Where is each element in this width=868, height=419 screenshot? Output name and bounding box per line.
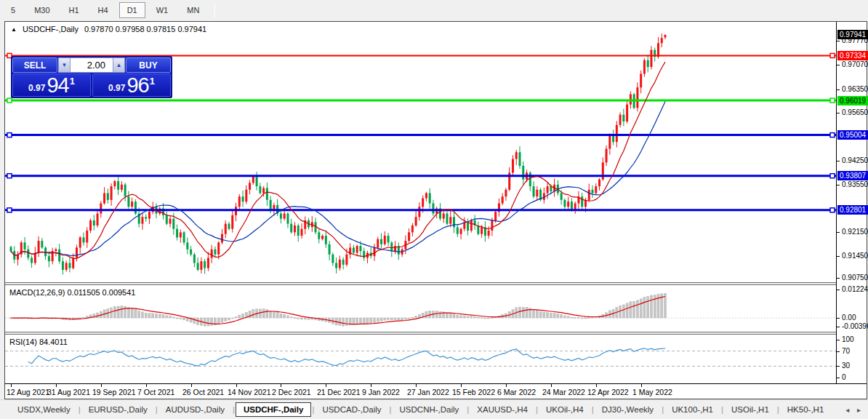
tab-divider: | (312, 405, 314, 414)
timeframe-button-d1[interactable]: D1 (119, 2, 145, 18)
date-label: 21 Dec 2021 (317, 388, 361, 396)
timeframe-button-mn[interactable]: MN (179, 2, 207, 18)
date-tick (146, 384, 147, 387)
tab-divider: | (777, 405, 779, 414)
sell-price-big: 94 (47, 76, 68, 95)
date-tick (281, 384, 281, 387)
macd-axis-label: 0.00 (837, 314, 867, 322)
tab-usdchf-daily[interactable]: USDCHF-,Daily (236, 402, 311, 417)
date-label: 26 Oct 2021 (182, 388, 224, 396)
date-tick (596, 384, 597, 387)
timeframe-button-h1[interactable]: H1 (61, 2, 87, 18)
timeframe-button-w1[interactable]: W1 (148, 2, 177, 18)
tab-uk100-h1[interactable]: UK100-,H1 (664, 402, 720, 417)
tab-usdx-weekly[interactable]: USDX,Weekly (10, 402, 78, 417)
volume-up-icon[interactable]: ▲ (113, 57, 125, 73)
tab-divider: | (156, 405, 158, 414)
date-tick (461, 384, 462, 387)
tab-usoil-h1[interactable]: USOil-,H1 (724, 402, 776, 417)
buy-price-pip: 1 (150, 76, 155, 87)
macd-axis-label: 0.012242 (837, 285, 867, 294)
sell-price-button[interactable]: 0.97 94 1 (12, 73, 91, 97)
date-tick (506, 384, 507, 387)
chart-window: ▲ USDCHF-,Daily 0.97870 0.97958 0.97815 … (4, 21, 867, 399)
buy-price-prefix: 0.97 (108, 83, 125, 93)
date-label: 12 Aug 2021 (7, 388, 49, 396)
macd-axis-label: -0.003963 (837, 322, 867, 331)
price-line-label: 0.92801 (837, 205, 868, 215)
tab-eurusd-daily[interactable]: EURUSD-,Daily (81, 402, 155, 417)
tab-usdcad-daily[interactable]: USDCAD-,Daily (315, 402, 388, 417)
price-axis: 0.977700.970700.963500.956500.942500.935… (836, 22, 867, 383)
date-tick (56, 384, 57, 387)
date-tick (371, 384, 371, 387)
buy-button[interactable]: BUY (126, 57, 171, 73)
price-tick-label: 0.94250 (837, 156, 867, 165)
chart-symbol-period: USDCHF-,Daily (23, 25, 79, 33)
date-axis: 12 Aug 202131 Aug 202119 Sep 20217 Oct 2… (5, 384, 867, 399)
date-tick (191, 384, 192, 387)
volume-down-icon[interactable]: ▼ (58, 57, 71, 73)
date-label: 19 Sep 2021 (92, 388, 136, 396)
price-tick-label: 0.95650 (837, 108, 867, 117)
price-line-label: 0.95004 (837, 130, 868, 140)
tab-usdcnh-daily[interactable]: USDCNH-,Daily (393, 402, 467, 417)
price-tick-label: 0.92150 (837, 228, 867, 236)
macd-label: MACD(12,26,9) 0.011505 0.009541 (9, 288, 135, 297)
tab-divider: | (467, 405, 469, 414)
date-tick (101, 384, 102, 387)
symbol-tab-bar: USDX,Weekly|EURUSD-,Daily|AUDUSD-,Daily|… (0, 399, 868, 419)
price-line-label: 0.97941 (837, 30, 868, 39)
volume-value[interactable]: 2.00 (71, 57, 113, 73)
tab-hk50-h1[interactable]: HK50-,H1 (780, 402, 832, 417)
date-tick (416, 384, 417, 387)
date-tick (11, 384, 12, 387)
tab-divider: | (592, 405, 594, 414)
price-tick-label: 0.93550 (837, 180, 867, 189)
rsi-pane[interactable] (5, 335, 836, 383)
date-label: 12 Apr 2022 (587, 388, 629, 396)
tab-xauusd-h4[interactable]: XAUUSD-,H4 (470, 402, 535, 417)
collapse-triangle-icon[interactable]: ▲ (11, 26, 17, 33)
timeframe-button-m30[interactable]: M30 (26, 2, 57, 18)
timeframe-toolbar: 5M30H1H4D1W1MN (0, 0, 868, 20)
price-line-label: 0.93807 (837, 171, 868, 180)
date-label: 7 Oct 2021 (137, 388, 174, 396)
date-label: 31 Aug 2021 (47, 388, 90, 396)
chart-title: ▲ USDCHF-,Daily 0.97870 0.97958 0.97815 … (11, 25, 206, 33)
price-line-label: 0.97334 (837, 51, 868, 60)
chart-ohlc-values: 0.97870 0.97958 0.97815 0.97941 (84, 25, 206, 33)
tab-dj30-weekly[interactable]: DJ30-,Weekly (595, 402, 661, 417)
date-tick (551, 384, 552, 387)
price-tick-label: 0.96350 (837, 85, 867, 94)
date-label: 15 Feb 2022 (452, 388, 495, 396)
buy-price-big: 96 (126, 76, 148, 95)
date-label: 24 Mar 2022 (542, 388, 585, 396)
date-tick (236, 384, 237, 387)
sell-button[interactable]: SELL (12, 57, 57, 73)
toolbar-separator (214, 3, 215, 17)
rsi-axis-label: 100 (837, 335, 867, 344)
one-click-trade-panel: SELL ▼ 2.00 ▲ BUY 0.97 94 1 0.97 96 1 (11, 56, 172, 98)
rsi-axis-label: 30 (837, 362, 867, 370)
tab-divider: | (721, 405, 723, 414)
tab-divider: | (390, 405, 392, 414)
sell-price-pip: 1 (70, 76, 75, 87)
price-tick-label: 0.90750 (837, 274, 867, 282)
date-label: 27 Jan 2022 (407, 388, 449, 396)
date-label: 9 Jan 2022 (362, 388, 400, 396)
rsi-axis-label: 70 (837, 347, 867, 356)
tab-divider: | (536, 405, 538, 414)
tab-divider: | (79, 405, 81, 414)
price-line-label: 0.96019 (837, 96, 868, 105)
tab-ukoil-h4[interactable]: UKOil-,H4 (539, 402, 591, 417)
sell-price-prefix: 0.97 (28, 83, 45, 93)
buy-price-button[interactable]: 0.97 96 1 (92, 73, 171, 97)
tab-audusd-daily[interactable]: AUDUSD-,Daily (158, 402, 232, 417)
timeframe-button-h4[interactable]: H4 (90, 2, 116, 18)
tab-scroll-arrows-icon[interactable]: ◂ ▸ (845, 406, 868, 414)
date-tick (641, 384, 642, 387)
timeframe-button-5[interactable]: 5 (3, 2, 23, 18)
price-tick-label: 0.91450 (837, 252, 867, 260)
rsi-label: RSI(14) 84.4011 (9, 338, 68, 346)
